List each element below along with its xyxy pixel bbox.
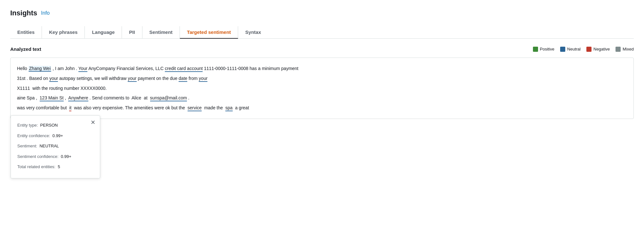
- tooltip-sentiment-confidence-label: Sentiment confidence:: [17, 154, 59, 159]
- legend-mixed: Mixed: [616, 47, 634, 52]
- page-container: Insights Info Entities Key phrases Langu…: [0, 0, 644, 250]
- analyzed-text-box: ✕ Entity type: PERSON Entity confidence:…: [10, 58, 634, 119]
- legend-mixed-label: Mixed: [623, 47, 634, 51]
- tabs-container: Entities Key phrases Language PII Sentim…: [10, 26, 634, 39]
- legend-positive-label: Positive: [540, 47, 555, 51]
- tooltip-sentiment-confidence: Sentiment confidence: 0.99+: [17, 152, 93, 161]
- legend-negative: Negative: [586, 47, 610, 52]
- info-link[interactable]: Info: [41, 10, 50, 16]
- tab-key-phrases[interactable]: Key phrases: [42, 26, 85, 39]
- legend-neutral-label: Neutral: [567, 47, 581, 51]
- tooltip-entity-type-value: PERSON: [40, 123, 58, 128]
- legend-neutral: Neutral: [560, 47, 581, 52]
- tab-language[interactable]: Language: [85, 26, 122, 39]
- analyzed-section: Analyzed text Positive Neutral Negative …: [10, 46, 634, 119]
- negative-icon: [586, 47, 592, 52]
- entity-123-main-st[interactable]: 123 Main St: [40, 95, 64, 101]
- positive-icon: [533, 47, 538, 52]
- tab-targeted-sentiment[interactable]: Targeted sentiment: [180, 26, 238, 39]
- tooltip-entity-confidence-value: 0.99+: [52, 133, 63, 138]
- tooltip-entity-type: Entity type: PERSON: [17, 121, 93, 130]
- entity-your-3[interactable]: your: [128, 76, 136, 82]
- tooltip-entity-confidence-label: Entity confidence:: [17, 133, 50, 138]
- tooltip-entity-confidence: Entity confidence: 0.99+: [17, 131, 93, 141]
- text-line-1: Hello Zhang Wei , I am John . Your AnyCo…: [17, 64, 627, 74]
- entity-your-1[interactable]: Your: [78, 66, 87, 72]
- entity-spa[interactable]: spa: [225, 105, 233, 111]
- entity-your-4[interactable]: your: [199, 76, 207, 82]
- page-title: Insights: [10, 9, 37, 17]
- legend-negative-label: Negative: [593, 47, 610, 51]
- header: Insights Info: [10, 9, 634, 17]
- tab-sentiment[interactable]: Sentiment: [142, 26, 180, 39]
- text-line-2: 31st . Based on your autopay settings, w…: [17, 74, 627, 83]
- neutral-icon: [560, 47, 565, 52]
- entity-your-2[interactable]: your: [49, 76, 58, 82]
- tooltip-entity-type-label: Entity type:: [17, 123, 38, 128]
- tooltip-total-related-value: 5: [58, 164, 60, 169]
- text-line-4: aine Spa , 123 Main St , Anywhere . Send…: [17, 93, 627, 103]
- mixed-icon: [616, 47, 621, 52]
- entity-service[interactable]: service: [188, 105, 202, 111]
- entity-sunspa-email[interactable]: sunspa@mail.com: [150, 95, 187, 101]
- tooltip-sentiment: Sentiment: NEUTRAL: [17, 142, 93, 151]
- tooltip-total-related-label: Total related entities:: [17, 164, 55, 169]
- analyzed-header: Analyzed text Positive Neutral Negative …: [10, 46, 634, 52]
- text-line-3: X1111 with the routing number XXXXX0000.: [17, 83, 627, 93]
- entity-anywhere[interactable]: Anywhere: [68, 95, 88, 101]
- tooltip-close-button[interactable]: ✕: [91, 120, 95, 125]
- text-line-5: was very comfortable but it was also ver…: [17, 103, 627, 113]
- legend: Positive Neutral Negative Mixed: [533, 47, 634, 52]
- analyzed-title: Analyzed text: [10, 46, 41, 52]
- tooltip-sentiment-label: Sentiment:: [17, 144, 37, 148]
- entity-date[interactable]: date: [179, 76, 187, 82]
- tab-syntax[interactable]: Syntax: [238, 26, 268, 39]
- entity-credit-card-account[interactable]: credit card account: [165, 66, 203, 72]
- legend-positive: Positive: [533, 47, 555, 52]
- tooltip-popup: ✕ Entity type: PERSON Entity confidence:…: [11, 115, 100, 178]
- entity-zhang-wei[interactable]: Zhang Wei: [28, 66, 51, 72]
- tab-pii[interactable]: PII: [122, 26, 142, 39]
- tooltip-sentiment-confidence-value: 0.99+: [61, 154, 71, 159]
- tab-entities[interactable]: Entities: [10, 26, 42, 39]
- tooltip-total-related: Total related entities: 5: [17, 162, 93, 172]
- entity-it[interactable]: it: [69, 105, 71, 111]
- tooltip-sentiment-value: NEUTRAL: [39, 144, 59, 148]
